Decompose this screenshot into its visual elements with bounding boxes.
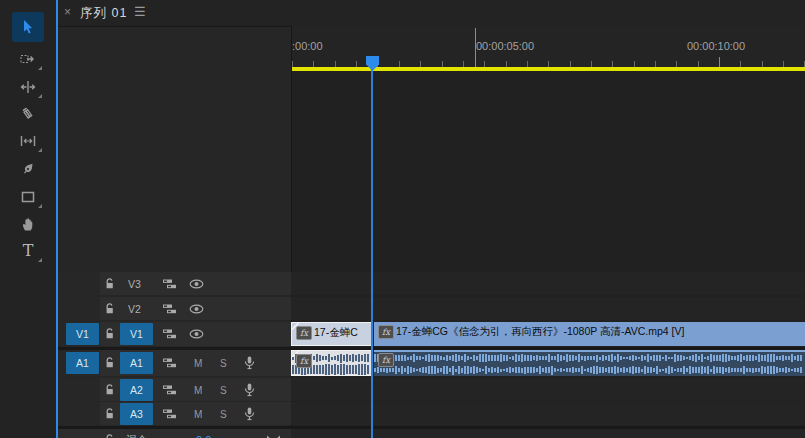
sync-lock-a3-icon[interactable]	[162, 408, 177, 420]
lock-track-v3-icon[interactable]	[104, 277, 116, 290]
tab-sequence-title[interactable]: 序列 01	[80, 5, 127, 22]
source-patch-v1[interactable]: V1	[58, 322, 100, 346]
track-target-a1[interactable]: A1	[120, 352, 153, 374]
hand-tool-button[interactable]	[12, 211, 44, 237]
type-icon: T	[23, 243, 34, 259]
tools-panel: T	[0, 0, 56, 438]
track-a3-content	[291, 402, 805, 425]
video-clip-2[interactable]: fx 17-金蝉CG《信念为引，再向西行》-1080P 高清-AVC.mp4 […	[374, 322, 805, 346]
track-row-v3: V3	[58, 272, 805, 295]
lock-track-a2-icon[interactable]	[104, 383, 116, 396]
type-tool-button[interactable]: T	[12, 238, 44, 264]
slip-tool-button[interactable]	[12, 128, 44, 154]
mute-track-a3-button[interactable]: M	[194, 408, 202, 419]
playhead-line	[371, 69, 373, 438]
track-v3-content	[291, 272, 805, 295]
video-clip-2-label: 17-金蝉CG《信念为引，再向西行》-1080P 高清-AVC.mp4 [V]	[396, 325, 684, 339]
track-target-a2[interactable]: A2	[120, 379, 153, 401]
track-row-a2: A2 M S	[58, 378, 805, 401]
voiceover-record-a1-mic-icon[interactable]	[244, 356, 255, 370]
ruler-major-gridline	[475, 28, 476, 67]
voiceover-record-a3-mic-icon[interactable]	[244, 407, 255, 421]
source-patch-a1[interactable]: A1	[58, 350, 100, 376]
source-patch-v2[interactable]	[58, 297, 100, 320]
track-name-v3[interactable]: V3	[128, 278, 141, 290]
master-level-value[interactable]: 0.0	[196, 434, 211, 438]
toggle-track-output-v1-eye-icon[interactable]	[189, 329, 204, 340]
lock-track-a3-icon[interactable]	[104, 407, 116, 420]
track-target-v1[interactable]: V1	[120, 323, 153, 345]
audio-clip-2[interactable]: fx	[374, 350, 805, 376]
fx-badge-icon[interactable]: fx	[378, 353, 394, 367]
sync-lock-v2-icon[interactable]	[162, 303, 177, 315]
track-v3-header: V3	[58, 272, 291, 295]
track-select-forward-tool-button[interactable]	[12, 46, 44, 72]
pen-icon	[20, 161, 36, 177]
solo-track-a3-button[interactable]: S	[220, 408, 227, 419]
track-row-master: 混合 0.0	[58, 429, 805, 438]
selection-tool-button[interactable]	[12, 12, 44, 42]
sync-lock-v1-icon[interactable]	[162, 328, 177, 340]
voiceover-record-a2-mic-icon[interactable]	[244, 383, 255, 397]
ruler-label-0: :00:00	[292, 40, 323, 52]
hand-icon	[20, 216, 36, 232]
source-track-indicator-v1[interactable]: V1	[66, 323, 99, 345]
source-patch-a3[interactable]	[58, 402, 100, 425]
track-a3-header: A3 M S	[58, 402, 291, 425]
sync-lock-v3-icon[interactable]	[162, 278, 177, 290]
slip-icon	[20, 133, 36, 149]
lock-track-master-icon[interactable]	[104, 434, 116, 438]
panel-menu-icon[interactable]: ☰	[134, 4, 146, 19]
ruler-label-10s: 00:00:10:00	[687, 40, 745, 52]
mute-track-a1-button[interactable]: M	[194, 358, 202, 369]
track-a2-header: A2 M S	[58, 378, 291, 401]
audio-clip-1[interactable]: fx	[291, 350, 372, 376]
fx-badge-icon[interactable]: fx	[296, 354, 312, 368]
mute-track-a2-button[interactable]: M	[194, 384, 202, 395]
video-clip-1-label: 17-金蝉C	[314, 326, 358, 340]
track-select-forward-icon	[20, 51, 36, 67]
rectangle-icon	[20, 189, 36, 205]
track-v2-header: V2	[58, 297, 291, 320]
fx-badge-icon[interactable]: fx	[378, 325, 394, 339]
track-a1-header: A1 A1 M S	[58, 350, 291, 376]
solo-track-a1-button[interactable]: S	[220, 358, 227, 369]
track-row-a3: A3 M S	[58, 402, 805, 425]
track-v1-header: V1 V1	[58, 322, 291, 346]
audio-waveform	[374, 353, 805, 363]
fx-badge-icon[interactable]: fx	[296, 326, 312, 340]
selection-arrow-icon	[20, 19, 36, 35]
source-patch-a2[interactable]	[58, 378, 100, 401]
ruler-label-5s: 00:00:05:00	[476, 40, 534, 52]
solo-track-a2-button[interactable]: S	[220, 384, 227, 395]
track-master-content	[291, 429, 805, 438]
ripple-edit-tool-button[interactable]	[12, 74, 44, 100]
source-patch-v3[interactable]	[58, 272, 100, 295]
sync-lock-a2-icon[interactable]	[162, 384, 177, 396]
lock-track-a1-icon[interactable]	[104, 357, 116, 370]
fit-sequence-icon[interactable]	[266, 435, 281, 438]
track-master-header: 混合 0.0	[58, 429, 291, 438]
close-panel-icon[interactable]: ×	[64, 5, 71, 19]
header-content-divider	[291, 26, 292, 438]
pen-tool-button[interactable]	[12, 156, 44, 182]
track-target-a3[interactable]: A3	[120, 403, 153, 425]
razor-icon	[20, 106, 36, 122]
sync-lock-a1-icon[interactable]	[162, 357, 177, 369]
toggle-track-output-v3-eye-icon[interactable]	[189, 278, 204, 289]
video-clip-1[interactable]: fx 17-金蝉C	[291, 322, 372, 346]
audio-clip-top-strip	[374, 350, 805, 352]
lock-track-v1-icon[interactable]	[104, 328, 116, 341]
track-a2-content	[291, 378, 805, 401]
track-row-v2: V2	[58, 297, 805, 320]
panel-tab-bar: × 序列 01 ☰	[58, 0, 805, 27]
track-name-v2[interactable]: V2	[128, 303, 141, 315]
master-track-name: 混合	[126, 433, 148, 438]
source-track-indicator-a1[interactable]: A1	[66, 352, 99, 374]
ripple-edit-icon	[20, 79, 36, 95]
toggle-track-output-v2-eye-icon[interactable]	[189, 303, 204, 314]
razor-tool-button[interactable]	[12, 101, 44, 127]
lock-track-v2-icon[interactable]	[104, 302, 116, 315]
premiere-timeline-window: T × 序列 01 ☰ 00:00:01:22 CC	[0, 0, 805, 438]
rectangle-tool-button[interactable]	[12, 184, 44, 210]
